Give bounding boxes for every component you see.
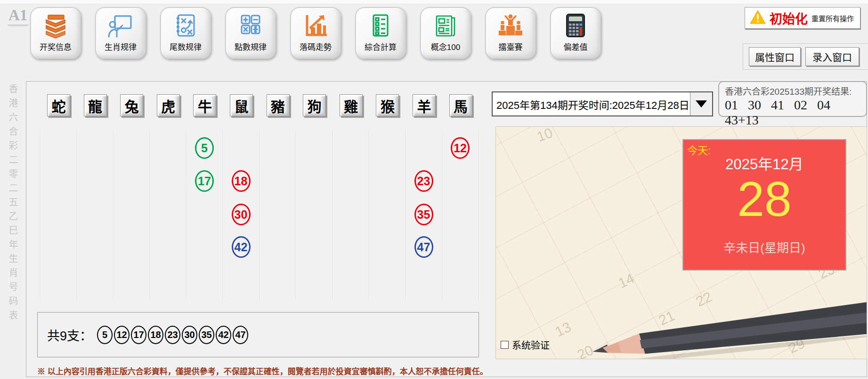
last-result-box: 香港六合彩2025133期开奖结果: 01 30 41 02 04 43+13 [718, 81, 867, 117]
calendar-faint-number: 10 [535, 126, 555, 145]
toolbar-button-presentation[interactable]: 生肖规律 [95, 7, 146, 59]
toolbar-button-label: 尾数规律 [170, 41, 202, 52]
dropdown-arrow-button[interactable] [690, 92, 712, 115]
init-button-title: 初始化 [770, 9, 808, 27]
today-month: 2025年12月 [683, 152, 845, 173]
grid-column-line [442, 130, 443, 300]
number-ball-23: 23 [414, 170, 433, 192]
grid-column-line [77, 130, 78, 300]
grid-column-line [260, 130, 260, 300]
summary-label: 共9支： [47, 326, 92, 344]
summary-number-35: 35 [199, 326, 214, 344]
last-result-title: 香港六合彩2025133期开奖结果: [725, 84, 866, 97]
podium-icon [497, 12, 524, 39]
checklist-icon [367, 12, 394, 39]
draw-period-select[interactable]: 2025年第134期开奖时间:2025年12月28日(星期日) [492, 91, 713, 116]
toolbar-button-newspaper[interactable]: 概念100 [420, 7, 471, 59]
summary-number-30: 30 [182, 326, 197, 344]
grid-column-line [296, 130, 297, 300]
warning-icon [750, 10, 766, 26]
summary-number-47: 47 [233, 326, 248, 344]
zodiac-button-1[interactable]: 蛇 [47, 94, 70, 116]
grid-column-line [369, 130, 370, 300]
init-button[interactable]: 初始化 重置所有操作 [745, 7, 860, 29]
zodiac-button-11[interactable]: 羊 [413, 94, 436, 116]
toolbar-button-strategy[interactable]: 尾数规律 [160, 7, 211, 59]
toolbar-button-books[interactable]: 开奖信息 [30, 7, 81, 59]
corner-label: A1 [8, 7, 28, 25]
summary-box: 共9支： 51217182330354247 [37, 312, 479, 357]
number-ball-35: 35 [414, 204, 433, 225]
zodiac-button-5[interactable]: 牛 [193, 94, 216, 116]
init-button-subtitle: 重置所有操作 [811, 13, 854, 23]
grid-column-line [113, 130, 114, 300]
summary-number-12: 12 [114, 326, 130, 344]
zodiac-button-3[interactable]: 兔 [120, 94, 143, 116]
zodiac-button-2[interactable]: 龍 [84, 94, 107, 116]
zodiac-button-7[interactable]: 豬 [267, 94, 290, 116]
toolbar-button-label: 綜合計算 [365, 41, 397, 52]
toolbar-button-bar-chart[interactable]: 落碼走勢 [290, 7, 341, 59]
calculator-icon [562, 12, 589, 39]
grid-column-line [333, 130, 333, 300]
grid-column-line [150, 130, 151, 300]
toolbar-button-checklist[interactable]: 綜合計算 [355, 7, 406, 59]
bar-chart-icon [302, 12, 329, 39]
chevron-down-icon [696, 100, 707, 107]
toolbar-button-label: 落碼走勢 [300, 41, 332, 52]
toolbar-button-label: 偏差值 [564, 41, 588, 52]
today-card: 今天: 2025年12月 28 辛未日(星期日) [682, 139, 846, 271]
summary-number-23: 23 [165, 326, 180, 344]
number-ball-12: 12 [451, 137, 470, 159]
calendar-panel: 1013201421222923 今天: 2025年12月 28 辛未日(星期日… [495, 126, 867, 359]
toolbar-button-label: 开奖信息 [40, 41, 72, 52]
system-verify-row[interactable]: 系统验证 [501, 338, 550, 352]
number-ball-47: 47 [414, 236, 433, 258]
today-day: 28 [683, 171, 845, 227]
strategy-icon [172, 12, 199, 39]
summary-number-17: 17 [131, 326, 146, 344]
pencil-image [589, 298, 867, 359]
system-verify-checkbox[interactable] [501, 341, 509, 349]
number-ball-30: 30 [232, 204, 251, 225]
summary-number-5: 5 [97, 326, 113, 344]
newspaper-icon [432, 12, 459, 39]
grid-column-line [223, 130, 224, 300]
zodiac-button-9[interactable]: 雞 [340, 94, 363, 116]
window-top-strip [0, 0, 868, 4]
grid-column-line [479, 130, 479, 300]
summary-numbers: 51217182330354247 [97, 326, 250, 344]
summary-number-18: 18 [148, 326, 163, 344]
books-icon [42, 12, 69, 39]
presentation-icon [107, 12, 134, 39]
zodiac-button-12[interactable]: 馬 [449, 94, 472, 116]
zodiac-button-4[interactable]: 虎 [157, 94, 180, 116]
zodiac-button-6[interactable]: 鼠 [230, 94, 253, 116]
toolbar-button-label: 生肖规律 [105, 41, 137, 52]
math-grid-icon [237, 12, 264, 39]
number-ball-17: 17 [195, 170, 214, 192]
calendar-faint-number: 13 [552, 319, 574, 340]
draw-period-value: 2025年第134期开奖时间:2025年12月28日(星期日) [493, 97, 690, 112]
vertical-title: 香港六合彩二零二五乙巳年生肖号码表 [6, 84, 20, 324]
today-day-info: 辛未日(星期日) [683, 238, 845, 255]
grid-column-line [406, 130, 406, 300]
number-ball-18: 18 [232, 170, 251, 192]
disclaimer-text: ※ 以上內容引用香港正版六合彩資料，僅提供參考，不保證其正確性，閱覽者若用於投資… [37, 365, 488, 377]
toolbar-button-label: 概念100 [431, 41, 460, 52]
app-window: A1 开奖信息 生肖规律 尾数规律 點數規律 落碼走勢 綜合計算 [0, 0, 868, 379]
toolbar-button-calculator[interactable]: 偏差值 [550, 7, 601, 59]
toolbar-button-math-grid[interactable]: 點數規律 [225, 7, 276, 59]
grid-column-line [40, 130, 41, 300]
property-window-button[interactable]: 属性窗口 [749, 47, 801, 66]
zodiac-button-10[interactable]: 猴 [376, 94, 399, 116]
number-ball-5: 5 [195, 137, 214, 159]
last-result-numbers: 01 30 41 02 04 43+13 [725, 98, 866, 128]
system-verify-label: 系统验证 [512, 338, 550, 352]
grid-column-line [186, 130, 187, 300]
zodiac-button-8[interactable]: 狗 [303, 94, 326, 116]
summary-number-42: 42 [216, 326, 231, 344]
calendar-faint-number: 22 [693, 289, 714, 310]
toolbar-button-podium[interactable]: 擂臺賽 [485, 7, 536, 59]
entry-window-button[interactable]: 录入窗口 [805, 47, 859, 66]
